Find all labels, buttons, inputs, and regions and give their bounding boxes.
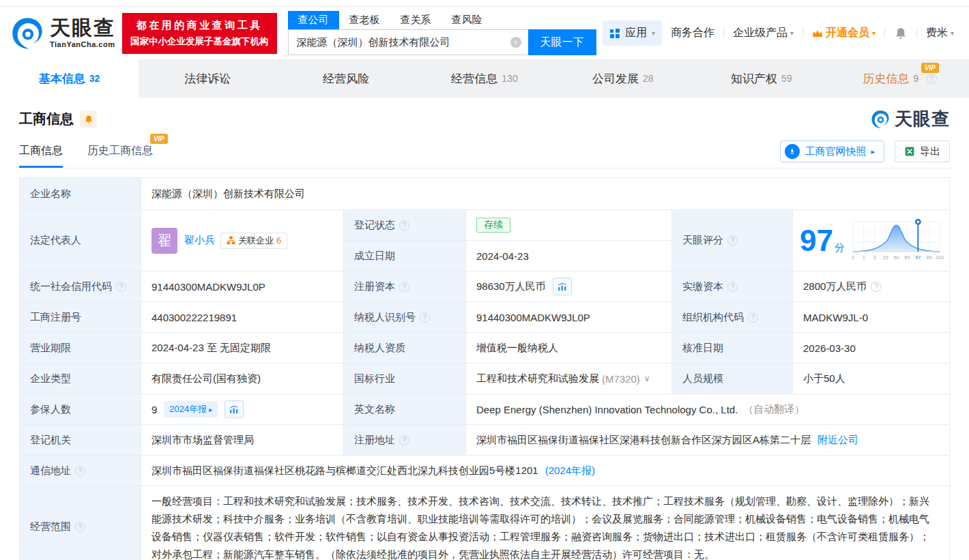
capital-chart-button[interactable] [553,278,572,295]
staff-size-value: 小于50人 [793,364,949,394]
search-input[interactable] [288,29,528,55]
export-button[interactable]: 导出 [895,141,950,162]
field-label: 参保人数 [20,394,141,424]
main-nav-tabs: 基本信息 32 法律诉讼 经营风险 经营信息 130 公司发展 28 知识产权 … [0,59,969,98]
help-icon[interactable]: ? [399,435,409,445]
help-icon[interactable]: ? [116,282,126,292]
search-tab-company[interactable]: 查公司 [288,11,339,29]
main-content: 工商信息 天眼查 工商信息 VIP 历史工商信息 [0,107,969,560]
menu-divider [723,28,724,38]
chevron-down-icon[interactable]: ∨ [644,374,650,383]
help-icon[interactable]: ? [75,466,85,476]
search-tab-risk[interactable]: 查风险 [442,11,493,29]
field-label: 国标行业 [344,364,465,394]
help-icon[interactable]: ? [727,282,738,292]
help-icon[interactable]: ? [727,235,738,246]
annual-report-link[interactable]: (2024年报) [545,465,595,477]
chart-icon [229,405,239,414]
tab-label: 法律诉讼 [184,71,231,87]
org-network-icon [227,236,235,245]
reg-capital-cell: 98630万人民币 [466,271,671,301]
svg-text:0: 0 [852,254,854,260]
tianyancha-logo[interactable]: 天眼查 TianYanCha.com [10,16,115,51]
help-icon[interactable]: ? [399,282,409,292]
tab-label: 公司发展 [592,71,639,87]
tab-count: 28 [643,73,654,84]
apps-menu[interactable]: 应用 ▾ [603,20,662,46]
score-cell: 97分 [793,210,949,271]
tab-operating-risk[interactable]: 经营风险 [277,59,416,98]
enterprise-label: 企业级产品 [733,26,787,40]
notification-bell-icon[interactable] [894,27,908,40]
insured-count: 9 [151,404,157,415]
tab-history-info[interactable]: VIP 历史信息 9 ? [830,59,969,98]
english-name-value: Deep Energy (Shenzhen) Innovation Techno… [476,404,738,415]
svg-text:50: 50 [893,254,899,260]
company-info-table: 企业名称 深能源（深圳）创新技术有限公司 法定代表人 翟 翟小兵 关联企业 6 … [19,177,950,560]
stamp-icon [785,144,800,159]
industry-code: (M7320) [602,373,640,385]
apps-grid-icon [609,28,620,39]
tab-label: 经营风险 [323,71,369,87]
nearby-companies-link[interactable]: 附近公司 [818,434,858,447]
tab-company-development[interactable]: 公司发展 28 [553,59,692,98]
credit-code-value: 91440300MADKW9JL0P [141,271,343,301]
tab-intellectual-property[interactable]: 知识产权 59 [692,59,830,98]
official-snapshot-button[interactable]: 工商官网快照 ▸ [780,141,884,162]
menu-enterprise[interactable]: 企业级产品 ▾ [733,26,794,40]
field-label: 统一社会信用代码? [20,271,141,301]
help-icon[interactable]: ? [748,312,758,323]
insured-chart-button[interactable] [225,400,244,418]
help-icon[interactable]: ? [399,220,409,231]
tab-label: 历史信息 [863,71,909,87]
tab-count: 9 [913,73,919,84]
annual-report-badge[interactable]: 2024年报 ▸ [164,401,218,417]
svg-text:85: 85 [904,254,910,260]
help-icon[interactable]: ? [420,312,430,323]
brand-domain: TianYanCha.com [50,40,115,48]
svg-text:15: 15 [882,254,888,260]
paid-capital-value: 2800万人民币 [803,280,867,293]
status-badge: 存续 [476,218,510,233]
user-menu[interactable]: 费米 ▾ [926,26,954,40]
bell-icon [84,115,93,124]
legal-rep-link[interactable]: 翟小兵 [184,234,215,247]
help-icon[interactable]: ? [927,74,937,84]
subscribe-bell-button[interactable] [80,110,97,128]
chart-icon [558,282,567,291]
promo-banner: 都在用的商业查询工具 国家中小企业发展子基金旗下机构 [122,13,277,54]
search-tab-boss[interactable]: 查老板 [339,11,390,29]
search-button[interactable]: 天眼一下 [528,29,596,55]
subtab-business-registration[interactable]: 工商信息 [19,144,63,168]
watermark-logo: 天眼查 [870,107,950,131]
apps-label: 应用 [625,26,647,40]
field-label: 注册地址? [344,425,465,455]
help-icon[interactable]: ? [871,282,881,292]
tianyancha-logo-icon [10,16,45,51]
tab-basic-info[interactable]: 基本信息 32 [0,59,139,98]
org-code-value: MADKW9JL-0 [793,302,949,332]
tab-legal[interactable]: 法律诉讼 [139,59,277,98]
promo-line2: 国家中小企业发展子基金旗下机构 [130,35,269,48]
related-companies-badge[interactable]: 关联企业 6 [220,233,287,249]
menu-cooperation[interactable]: 商务合作 [671,26,714,40]
legal-rep-avatar[interactable]: 翟 [151,228,177,254]
clear-icon[interactable]: × [510,37,521,48]
tab-count: 32 [89,73,100,84]
tab-label: 经营信息 [451,71,497,87]
tab-label: 知识产权 [731,71,777,87]
excel-icon [904,146,915,157]
field-label: 营业期限 [20,333,141,363]
help-icon[interactable]: ? [75,522,85,532]
menu-open-vip[interactable]: 开通会员 ▾ [812,26,876,40]
section-title: 工商信息 [19,110,74,128]
tab-business-info[interactable]: 经营信息 130 [416,59,554,98]
field-label: 纳税人资质 [344,333,465,363]
menu-divider [916,28,917,38]
search-tab-relation[interactable]: 查关系 [390,11,442,29]
field-label: 人员规模 [672,364,792,394]
tab-label: 基本信息 [39,71,85,87]
watermark-text: 天眼查 [895,107,950,131]
subtab-history-registration[interactable]: VIP 历史工商信息 [87,144,153,168]
authority-value: 深圳市市场监督管理局 [141,425,343,455]
